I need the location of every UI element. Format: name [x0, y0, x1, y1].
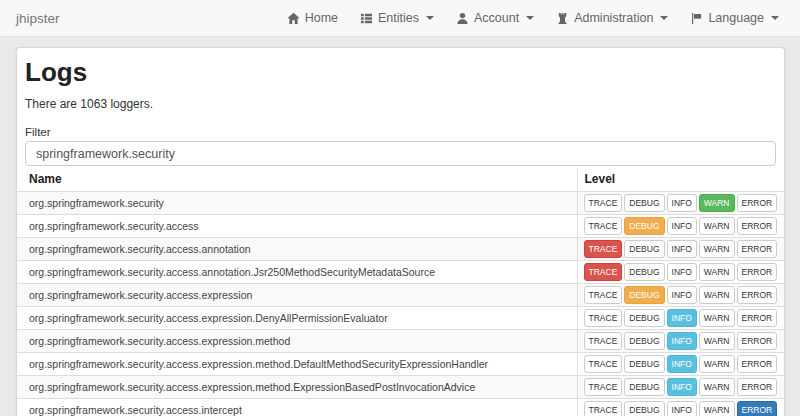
level-button-warn[interactable]: WARN: [699, 332, 735, 350]
nav-item-home[interactable]: Home: [276, 0, 349, 37]
level-button-debug[interactable]: DEBUG: [624, 217, 664, 235]
level-button-trace[interactable]: TRACE: [584, 217, 623, 235]
level-button-warn[interactable]: WARN: [699, 401, 735, 416]
level-buttons: TRACEDEBUGINFOWARNERROR: [577, 353, 784, 376]
table-header-row: Name Level: [17, 169, 784, 192]
level-button-warn[interactable]: WARN: [699, 286, 735, 304]
level-button-info[interactable]: INFO: [667, 309, 697, 327]
nav-item-language[interactable]: Language: [679, 0, 790, 37]
level-buttons: TRACEDEBUGINFOWARNERROR: [577, 261, 784, 284]
brand-link[interactable]: jhipster: [16, 0, 60, 37]
level-button-warn[interactable]: WARN: [699, 378, 735, 396]
level-button-info[interactable]: INFO: [667, 378, 697, 396]
log-row: org.springframework.security.access.expr…: [17, 353, 784, 376]
level-button-warn[interactable]: WARN: [699, 355, 735, 373]
logger-name: org.springframework.security: [17, 192, 577, 215]
level-button-warn[interactable]: WARN: [699, 194, 735, 212]
column-header-level: Level: [577, 169, 784, 192]
level-button-debug[interactable]: DEBUG: [624, 378, 664, 396]
user-icon: [456, 12, 469, 25]
logs-panel: Logs There are 1063 loggers. Filter Name…: [16, 47, 785, 416]
level-button-error[interactable]: ERROR: [737, 309, 778, 327]
level-button-debug[interactable]: DEBUG: [624, 401, 664, 416]
level-button-error[interactable]: ERROR: [737, 240, 778, 258]
nav-item-label: Entities: [378, 11, 419, 25]
level-button-error[interactable]: ERROR: [737, 194, 778, 212]
level-button-error[interactable]: ERROR: [737, 378, 778, 396]
log-row: org.springframework.security.access.expr…: [17, 307, 784, 330]
level-buttons: TRACEDEBUGINFOWARNERROR: [577, 376, 784, 399]
level-button-debug[interactable]: DEBUG: [624, 240, 664, 258]
level-button-debug[interactable]: DEBUG: [624, 286, 664, 304]
level-button-warn[interactable]: WARN: [699, 263, 735, 281]
level-button-debug[interactable]: DEBUG: [624, 194, 664, 212]
logger-name: org.springframework.security.access.anno…: [17, 261, 577, 284]
level-button-debug[interactable]: DEBUG: [624, 309, 664, 327]
level-button-info[interactable]: INFO: [667, 194, 697, 212]
filter-label: Filter: [25, 126, 776, 138]
logger-count-text: There are 1063 loggers.: [25, 97, 776, 111]
level-button-error[interactable]: ERROR: [737, 217, 778, 235]
chevron-down-icon: [426, 16, 434, 20]
level-button-error[interactable]: ERROR: [737, 332, 778, 350]
nav-item-label: Language: [708, 11, 764, 25]
level-button-debug[interactable]: DEBUG: [624, 263, 664, 281]
logger-name: org.springframework.security.access: [17, 215, 577, 238]
nav-item-administration[interactable]: Administration: [545, 0, 679, 37]
level-button-trace[interactable]: TRACE: [584, 401, 623, 416]
logger-name: org.springframework.security.access.inte…: [17, 399, 577, 416]
level-button-info[interactable]: INFO: [667, 286, 697, 304]
page-title: Logs: [25, 59, 776, 86]
level-buttons: TRACEDEBUGINFOWARNERROR: [577, 192, 784, 215]
level-button-error[interactable]: ERROR: [737, 401, 778, 416]
nav-menu: Home Entities Account Administration Lan…: [276, 0, 790, 37]
logger-name: org.springframework.security.access.anno…: [17, 238, 577, 261]
navbar: jhipster Home Entities Account Administr…: [0, 0, 800, 37]
level-button-info[interactable]: INFO: [667, 217, 697, 235]
level-buttons: TRACEDEBUGINFOWARNERROR: [577, 238, 784, 261]
level-button-trace[interactable]: TRACE: [584, 332, 623, 350]
logger-name: org.springframework.security.access.expr…: [17, 330, 577, 353]
level-button-info[interactable]: INFO: [667, 332, 697, 350]
list-icon: [360, 12, 373, 25]
level-button-trace[interactable]: TRACE: [584, 355, 623, 373]
level-button-error[interactable]: ERROR: [737, 286, 778, 304]
nav-item-account[interactable]: Account: [445, 0, 545, 37]
level-button-warn[interactable]: WARN: [699, 240, 735, 258]
nav-item-label: Home: [305, 11, 338, 25]
chevron-down-icon: [660, 16, 668, 20]
level-button-info[interactable]: INFO: [667, 263, 697, 281]
level-button-debug[interactable]: DEBUG: [624, 355, 664, 373]
level-button-info[interactable]: INFO: [667, 401, 697, 416]
nav-item-entities[interactable]: Entities: [349, 0, 445, 37]
level-button-trace[interactable]: TRACE: [584, 194, 623, 212]
level-buttons: TRACEDEBUGINFOWARNERROR: [577, 399, 784, 416]
level-button-info[interactable]: INFO: [667, 240, 697, 258]
level-button-trace[interactable]: TRACE: [584, 263, 623, 281]
log-row: org.springframework.security.access.anno…: [17, 261, 784, 284]
level-button-warn[interactable]: WARN: [699, 217, 735, 235]
filter-input[interactable]: [25, 141, 776, 166]
log-table-body: org.springframework.securityTRACEDEBUGIN…: [17, 192, 784, 416]
log-row: org.springframework.security.access.inte…: [17, 399, 784, 416]
level-button-trace[interactable]: TRACE: [584, 240, 623, 258]
level-buttons: TRACEDEBUGINFOWARNERROR: [577, 307, 784, 330]
column-header-name: Name: [17, 169, 577, 192]
level-button-debug[interactable]: DEBUG: [624, 332, 664, 350]
log-row: org.springframework.security.access.anno…: [17, 238, 784, 261]
level-button-trace[interactable]: TRACE: [584, 309, 623, 327]
level-button-trace[interactable]: TRACE: [584, 286, 623, 304]
level-button-trace[interactable]: TRACE: [584, 378, 623, 396]
level-button-warn[interactable]: WARN: [699, 309, 735, 327]
flag-icon: [690, 12, 703, 25]
logger-name: org.springframework.security.access.expr…: [17, 376, 577, 399]
loggers-table: Name Level org.springframework.securityT…: [17, 169, 784, 416]
level-buttons: TRACEDEBUGINFOWARNERROR: [577, 284, 784, 307]
home-icon: [287, 12, 300, 25]
log-row: org.springframework.securityTRACEDEBUGIN…: [17, 192, 784, 215]
level-button-info[interactable]: INFO: [667, 355, 697, 373]
level-button-error[interactable]: ERROR: [737, 263, 778, 281]
level-buttons: TRACEDEBUGINFOWARNERROR: [577, 330, 784, 353]
level-button-error[interactable]: ERROR: [737, 355, 778, 373]
chevron-down-icon: [771, 16, 779, 20]
